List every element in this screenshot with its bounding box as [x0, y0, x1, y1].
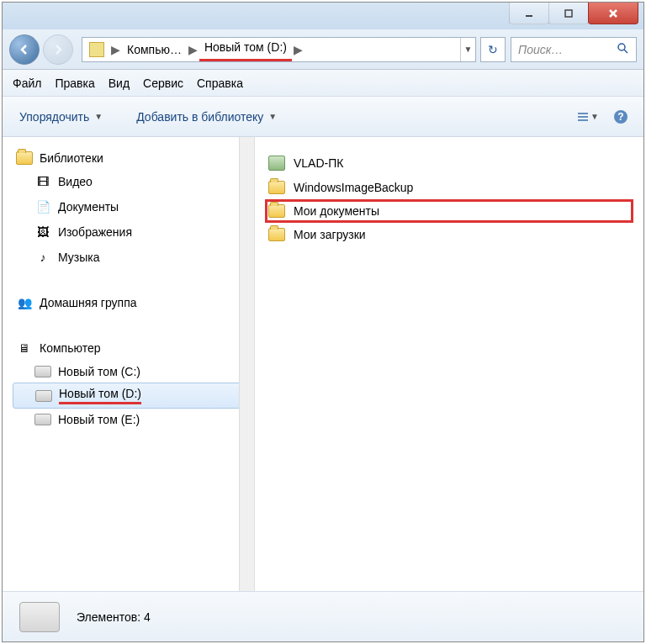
menu-edit[interactable]: Правка: [55, 77, 94, 90]
arrow-right-icon: [50, 42, 66, 57]
video-icon: 🎞: [34, 173, 51, 190]
sidebar-item-drive-e[interactable]: Новый том (E:): [13, 409, 251, 430]
breadcrumb-item-drive-d[interactable]: Новый том (D:): [199, 38, 292, 61]
computer-icon: [268, 156, 285, 171]
music-icon: ♪: [34, 249, 51, 266]
breadcrumb-dropdown[interactable]: ▼: [460, 38, 475, 61]
folder-icon: [268, 181, 285, 194]
nav-bar: ▶ Компью… ▶ Новый том (D:) ▶ ▼ ↻ Поиск…: [3, 29, 643, 70]
sidebar-item-drive-d[interactable]: Новый том (D:): [13, 383, 251, 409]
drive-large-icon: [19, 602, 60, 632]
chevron-right-icon[interactable]: ▶: [292, 43, 304, 56]
sidebar-item-documents[interactable]: 📄 Документы: [13, 194, 251, 219]
content-area: Библиотеки 🎞 Видео 📄 Документы 🖼 Изображ…: [3, 137, 643, 591]
sidebar-item-pictures[interactable]: 🖼 Изображения: [13, 219, 251, 245]
sidebar-item-label: Документы: [58, 200, 119, 214]
list-item-label: Мои документы: [294, 204, 379, 218]
folder-icon: [268, 228, 285, 241]
close-button[interactable]: [588, 3, 638, 24]
sidebar-item-label: Музыка: [58, 251, 100, 264]
sidebar-item-label: Изображения: [58, 225, 132, 239]
refresh-button[interactable]: ↻: [480, 37, 506, 62]
computer-icon: 🖥: [16, 340, 33, 356]
status-elements-count: Элементов: 4: [77, 610, 151, 624]
svg-line-5: [624, 50, 627, 53]
sidebar-item-music[interactable]: ♪ Музыка: [13, 245, 251, 270]
sidebar-item-label: Новый том (C:): [58, 365, 140, 378]
pictures-icon: 🖼: [34, 224, 51, 240]
add-library-label: Добавить в библиотеку: [136, 110, 263, 124]
list-item-label: WindowsImageBackup: [294, 181, 413, 194]
svg-point-4: [618, 44, 625, 50]
arrow-left-icon: [17, 42, 32, 57]
organize-label: Упорядочить: [19, 110, 89, 124]
menu-file[interactable]: Файл: [13, 77, 41, 90]
list-item[interactable]: VLAD-ПК: [265, 150, 633, 176]
sidebar-item-label: Видео: [58, 175, 93, 188]
sidebar-item-label: Новый том (E:): [58, 413, 140, 426]
explorer-window: ▶ Компью… ▶ Новый том (D:) ▶ ▼ ↻ Поиск… …: [2, 2, 644, 642]
sidebar-item-libraries[interactable]: Библиотеки: [13, 147, 251, 169]
list-item-label: Мои загрузки: [294, 228, 366, 241]
help-button[interactable]: ?: [608, 104, 633, 129]
list-item[interactable]: Мои загрузки: [265, 223, 633, 246]
navigation-pane: Библиотеки 🎞 Видео 📄 Документы 🖼 Изображ…: [3, 137, 255, 591]
refresh-icon: ↻: [488, 43, 498, 56]
chevron-right-icon[interactable]: ▶: [109, 43, 122, 56]
chevron-down-icon: ▼: [268, 112, 277, 121]
menu-service[interactable]: Сервис: [143, 77, 183, 90]
sidebar-item-homegroup[interactable]: 👥 Домашняя группа: [13, 290, 251, 315]
sidebar-item-label: Новый том (D:): [59, 387, 141, 404]
file-list: VLAD-ПК WindowsImageBackup Мои документы…: [255, 137, 643, 591]
libraries-icon: [16, 151, 33, 165]
search-input[interactable]: Поиск…: [511, 37, 637, 62]
status-bar: Элементов: 4: [3, 591, 643, 641]
forward-button[interactable]: [43, 34, 73, 65]
drive-icon: [35, 390, 52, 402]
sidebar-item-label: Библиотеки: [40, 151, 103, 165]
documents-icon: 📄: [34, 198, 51, 215]
organize-button[interactable]: Упорядочить ▼: [13, 105, 109, 129]
close-icon: [607, 8, 619, 19]
svg-rect-1: [565, 10, 572, 17]
list-item-label: VLAD-ПК: [294, 156, 343, 170]
list-item-my-documents[interactable]: Мои документы: [265, 199, 633, 223]
help-icon: ?: [613, 109, 628, 124]
maximize-icon: [563, 8, 575, 19]
sidebar-item-label: Компьютер: [40, 341, 100, 355]
minimize-icon: [523, 8, 535, 19]
breadcrumb-item-computer[interactable]: Компью…: [122, 38, 187, 61]
minimize-button[interactable]: [509, 3, 549, 24]
sidebar-item-label: Домашняя группа: [40, 296, 137, 309]
sidebar-scrollbar[interactable]: [239, 137, 254, 591]
chevron-down-icon: ▼: [590, 112, 599, 121]
sidebar-item-video[interactable]: 🎞 Видео: [13, 169, 251, 194]
drive-icon: [34, 414, 51, 425]
titlebar: [3, 3, 643, 29]
search-icon: [616, 41, 629, 57]
svg-text:?: ?: [617, 111, 623, 123]
back-button[interactable]: [9, 34, 40, 65]
folder-icon: [268, 204, 285, 218]
chevron-right-icon[interactable]: ▶: [187, 43, 199, 56]
list-item[interactable]: WindowsImageBackup: [265, 176, 633, 199]
add-library-button[interactable]: Добавить в библиотеку ▼: [130, 105, 283, 129]
menu-view[interactable]: Вид: [109, 77, 130, 90]
breadcrumb[interactable]: ▶ Компью… ▶ Новый том (D:) ▶ ▼: [82, 37, 476, 62]
homegroup-icon: 👥: [16, 294, 33, 311]
search-placeholder: Поиск…: [518, 43, 563, 56]
chevron-down-icon: ▼: [94, 112, 103, 121]
sidebar-item-drive-c[interactable]: Новый том (C:): [13, 361, 251, 383]
folder-icon: [89, 42, 104, 57]
menu-help[interactable]: Справка: [197, 77, 243, 90]
menu-bar: Файл Правка Вид Сервис Справка: [3, 70, 643, 97]
view-options-button[interactable]: ▼: [575, 104, 600, 129]
drive-icon: [34, 366, 51, 377]
toolbar: Упорядочить ▼ Добавить в библиотеку ▼ ▼ …: [3, 97, 643, 137]
sidebar-item-computer[interactable]: 🖥 Компьютер: [13, 335, 251, 361]
maximize-button[interactable]: [548, 3, 589, 24]
list-view-icon: [575, 109, 590, 124]
